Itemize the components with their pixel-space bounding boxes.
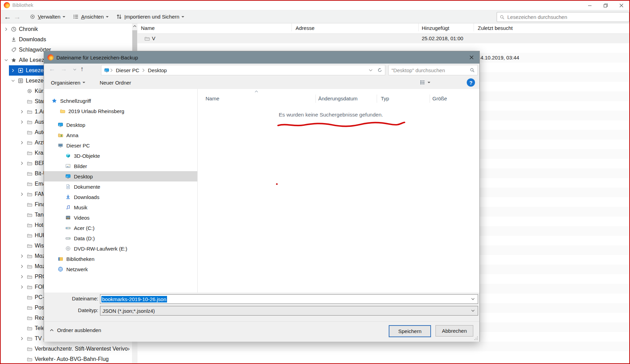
breadcrumb-dropdown-icon[interactable] — [368, 68, 373, 73]
sidebar-item[interactable]: Verkehr- Auto-BVG-Bahn-Flug — [1, 354, 132, 364]
chevron-right-icon[interactable] — [20, 264, 27, 269]
chevron-right-icon[interactable] — [20, 191, 27, 197]
chevron-up-icon — [49, 328, 54, 332]
new-folder-label: Neuer Ordner — [100, 80, 131, 86]
file-column-date[interactable]: Änderungsdatum — [318, 94, 357, 103]
column-adresse[interactable]: Adresse — [296, 23, 314, 33]
dropdown-arrow-icon — [63, 16, 65, 19]
dialog-nav-item-netzwerk[interactable]: Netzwerk — [44, 264, 197, 274]
organize-label: Organisieren — [51, 80, 80, 86]
dialog-nav-item-dokumente[interactable]: Dokumente — [44, 181, 197, 192]
column-zuletzt-besucht[interactable]: Zuletzt besucht — [478, 23, 513, 33]
nav-item-label: Desktop — [66, 122, 85, 128]
dialog-close-button[interactable] — [464, 51, 479, 64]
hide-folders-button[interactable]: Ordner ausblenden — [49, 327, 101, 333]
chevron-right-icon[interactable] — [20, 253, 27, 259]
dialog-nav-item-downloads[interactable]: Downloads — [44, 192, 197, 202]
dialog-nav-item-videos[interactable]: Videos — [44, 212, 197, 223]
dialog-nav-item-data-d-[interactable]: Data (D:) — [44, 233, 197, 243]
change-view-button[interactable] — [420, 79, 430, 85]
chevron-down-icon[interactable] — [4, 57, 11, 63]
chevron-right-icon[interactable] — [20, 109, 27, 114]
chevron-right-icon[interactable] — [20, 140, 27, 145]
chevron-right-icon[interactable] — [11, 68, 18, 73]
sidebar-item[interactable]: Chronik — [1, 24, 132, 34]
sidebar-item[interactable]: Verbrauchzentr. Stift-Warentest Verivo› — [1, 344, 132, 354]
dialog-nav-item-3d-objekte[interactable]: 3D-Objekte — [44, 151, 197, 161]
chevron-right-icon[interactable] — [20, 336, 27, 341]
sidebar-item[interactable]: Downloads — [1, 34, 132, 45]
up-button[interactable]: ↑ — [80, 65, 84, 73]
file-column-name[interactable]: Name — [206, 94, 219, 103]
list-item-name[interactable]: V — [152, 34, 155, 43]
column-divider[interactable] — [377, 95, 377, 103]
dialog-nav-item-dieser-pc[interactable]: Dieser PC — [44, 140, 197, 151]
list-header: Name Adresse Hinzugefügt Zuletzt besucht — [137, 23, 630, 34]
column-hinzugefuegt[interactable]: Hinzugefügt — [422, 23, 449, 33]
breadcrumb[interactable]: Dieser PCDesktop — [101, 65, 375, 75]
file-column-size[interactable]: Größe — [432, 94, 447, 103]
column-divider[interactable] — [418, 23, 419, 31]
filetype-value: JSON (*.json;*.jsonlz4) — [102, 308, 155, 314]
column-divider[interactable] — [291, 23, 292, 31]
new-folder-button[interactable]: Neuer Ordner — [100, 80, 131, 86]
cancel-button[interactable]: Abbrechen — [435, 325, 473, 337]
resize-grip[interactable] — [474, 336, 478, 340]
dialog-nav-item-bibliotheken[interactable]: Bibliotheken — [44, 254, 197, 264]
toolbar-menu-verwalten[interactable]: Verwalten — [30, 14, 65, 20]
dialog-nav-item-desktop[interactable]: Desktop — [44, 120, 197, 130]
chevron-right-icon[interactable] — [20, 119, 27, 125]
breadcrumb-crumb[interactable]: Dieser PC — [114, 67, 141, 73]
dialog-nav-item-2019-urlaub-rheinsberg[interactable]: 2019 Urlaub Rheinsberg — [44, 106, 197, 116]
list-row[interactable] — [137, 351, 630, 361]
folder-icon — [144, 36, 150, 41]
column-divider[interactable] — [316, 95, 316, 103]
dialog-nav-item-dvd-rw-laufwerk-e-[interactable]: DVD-RW-Laufwerk (E:) — [44, 243, 197, 254]
back-button[interactable]: ← — [3, 13, 12, 21]
dropdown-arrow-icon — [82, 82, 85, 85]
dialog-nav-item-anna[interactable]: Anna — [44, 130, 197, 140]
list-item-added-clipped: 4.10.2019, 03:44 — [480, 53, 519, 63]
file-column-type[interactable]: Typ — [381, 94, 389, 103]
save-button[interactable]: Speichern — [389, 325, 431, 337]
dialog-search-input[interactable] — [389, 67, 470, 74]
column-divider[interactable] — [430, 95, 430, 103]
list-row[interactable] — [137, 34, 630, 43]
refresh-button[interactable] — [375, 65, 385, 75]
dialog-nav-item-acer-c-[interactable]: Acer (C:) — [44, 223, 197, 233]
column-name[interactable]: Name — [141, 23, 155, 33]
chevron-right-icon[interactable] — [4, 26, 11, 32]
forward-button[interactable]: → — [12, 13, 22, 21]
chevron-right-icon[interactable] — [20, 274, 27, 279]
dialog-nav-item-bilder[interactable]: Bilder — [44, 161, 197, 171]
column-divider[interactable] — [474, 23, 474, 31]
filename-value: bookmarks-2019-10-26.json — [101, 296, 167, 302]
organize-button[interactable]: Organisieren — [51, 80, 85, 86]
chevron-down-icon[interactable] — [11, 78, 18, 84]
dialog-back-button[interactable]: ← — [49, 65, 55, 73]
dialog-search-box[interactable] — [388, 65, 478, 75]
dialog-nav-item-schnellzugriff[interactable]: Schnellzugriff — [44, 96, 197, 106]
chevron-down-icon[interactable] — [471, 297, 475, 301]
chevron-down-icon[interactable] — [471, 309, 475, 313]
save-label: Speichern — [398, 328, 422, 334]
filetype-select[interactable]: JSON (*.json;*.jsonlz4) — [100, 306, 478, 316]
toolbar-menu-ansichten[interactable]: Ansichten — [73, 14, 109, 20]
sort-ascending-icon[interactable] — [254, 89, 258, 93]
firefox-logo-icon — [4, 2, 10, 8]
dialog-nav-list: Schnellzugriff2019 Urlaub RheinsbergDesk… — [44, 96, 197, 274]
list-row[interactable] — [137, 342, 630, 351]
help-button[interactable]: ? — [467, 78, 475, 87]
arrow-spacer — [20, 222, 27, 228]
chevron-right-icon[interactable] — [20, 284, 27, 290]
chevron-right-icon[interactable] — [20, 161, 27, 166]
arrow-spacer — [20, 315, 27, 321]
recent-locations-icon[interactable] — [73, 68, 77, 71]
filename-input[interactable]: bookmarks-2019-10-26.json — [100, 294, 478, 304]
dialog-forward-button[interactable]: → — [60, 65, 67, 73]
breadcrumb-crumb[interactable]: Desktop — [146, 67, 168, 73]
dialog-nav-item-desktop[interactable]: Desktop — [44, 171, 197, 181]
dialog-nav-item-musik[interactable]: Musik — [44, 202, 197, 212]
scroll-up-icon[interactable] — [133, 24, 137, 28]
breadcrumb-items: Dieser PCDesktop — [109, 67, 169, 73]
